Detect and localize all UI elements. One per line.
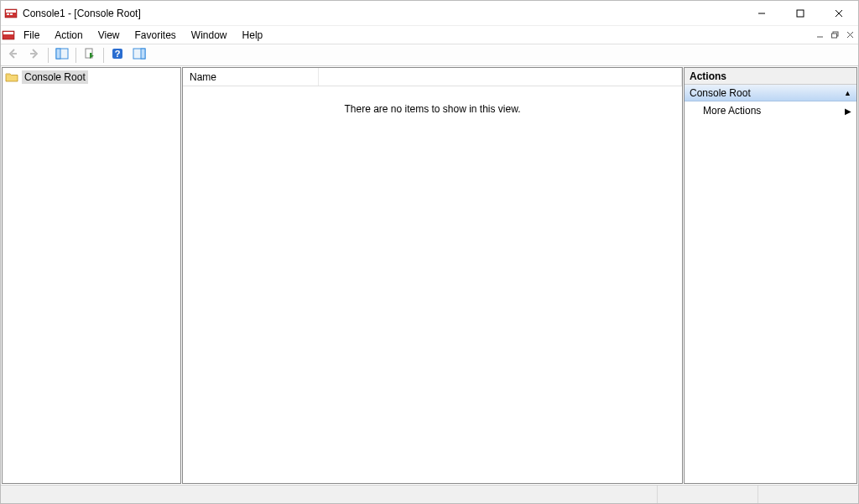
show-hide-action-pane-button[interactable]	[129, 46, 149, 65]
show-hide-tree-button[interactable]	[52, 46, 72, 65]
list-body[interactable]: There are no items to show in this view.	[183, 86, 682, 483]
svg-rect-12	[831, 34, 836, 38]
action-pane-icon	[133, 48, 146, 62]
svg-rect-1	[6, 10, 16, 13]
tree-node-console-root[interactable]: Console Root	[3, 70, 180, 85]
actions-section-header[interactable]: Console Root ▲	[685, 85, 856, 101]
mdi-minimize-button[interactable]	[813, 29, 826, 42]
menubar-row: File Action View Favorites Window Help	[1, 26, 858, 44]
action-more-actions[interactable]: More Actions ▶	[685, 101, 856, 120]
toolbar: ?	[1, 44, 858, 66]
tree-node-label: Console Root	[22, 70, 88, 84]
tree-pane-icon	[55, 48, 69, 62]
column-header-name[interactable]: Name	[183, 68, 319, 86]
titlebar[interactable]: Console1 - [Console Root]	[1, 1, 858, 26]
back-button[interactable]	[3, 46, 23, 65]
folder-icon	[5, 70, 18, 84]
menu-file[interactable]: File	[16, 28, 47, 43]
mdi-controls	[811, 26, 858, 44]
menu-view[interactable]: View	[91, 28, 128, 43]
console-tree-pane[interactable]: Console Root	[2, 67, 181, 484]
actions-pane: Actions Console Root ▲ More Actions ▶	[684, 67, 857, 484]
mmc-window: Console1 - [Console Root] File Action Vi…	[0, 0, 859, 504]
result-list-pane[interactable]: Name There are no items to show in this …	[182, 67, 683, 484]
forward-button[interactable]	[24, 46, 44, 65]
collapse-up-icon: ▲	[844, 89, 851, 97]
window-title: Console1 - [Console Root]	[23, 8, 141, 19]
menu-window[interactable]: Window	[184, 28, 235, 43]
svg-rect-3	[10, 13, 13, 15]
help-icon: ?	[112, 48, 123, 62]
menu-help[interactable]: Help	[235, 28, 271, 43]
actions-pane-title: Actions	[685, 68, 856, 85]
svg-rect-16	[56, 49, 60, 59]
chevron-right-icon: ▶	[845, 107, 851, 116]
empty-list-message: There are no items to show in this view.	[344, 103, 520, 115]
svg-rect-9	[3, 32, 13, 34]
action-item-label: More Actions	[703, 105, 761, 117]
actions-section-label: Console Root	[690, 87, 751, 99]
status-segment-3	[757, 486, 858, 503]
arrow-right-icon	[29, 48, 40, 62]
mdi-close-button[interactable]	[843, 29, 856, 42]
svg-rect-2	[7, 13, 9, 15]
svg-rect-5	[797, 10, 804, 17]
export-icon	[84, 48, 96, 62]
menu-action[interactable]: Action	[47, 28, 90, 43]
mmc-app-icon	[4, 7, 18, 20]
maximize-button[interactable]	[781, 1, 820, 26]
list-header: Name	[183, 68, 682, 86]
status-segment-main	[1, 486, 657, 503]
mdi-restore-button[interactable]	[828, 29, 841, 42]
arrow-left-icon	[7, 48, 18, 62]
close-button[interactable]	[820, 1, 858, 26]
toolbar-separator	[48, 48, 49, 63]
help-button[interactable]: ?	[107, 46, 128, 65]
mdi-doc-icon[interactable]	[1, 26, 16, 44]
export-list-button[interactable]	[80, 46, 100, 65]
column-header-spacer	[319, 68, 682, 86]
toolbar-separator	[103, 48, 104, 63]
statusbar	[1, 485, 858, 503]
menubar: File Action View Favorites Window Help	[16, 26, 270, 44]
toolbar-separator	[75, 48, 76, 63]
status-segment-2	[657, 486, 757, 503]
svg-text:?: ?	[115, 49, 121, 59]
menu-favorites[interactable]: Favorites	[128, 28, 184, 43]
minimize-button[interactable]	[742, 1, 781, 26]
svg-rect-21	[141, 49, 145, 59]
content-area: Console Root Name There are no items to …	[1, 66, 858, 485]
